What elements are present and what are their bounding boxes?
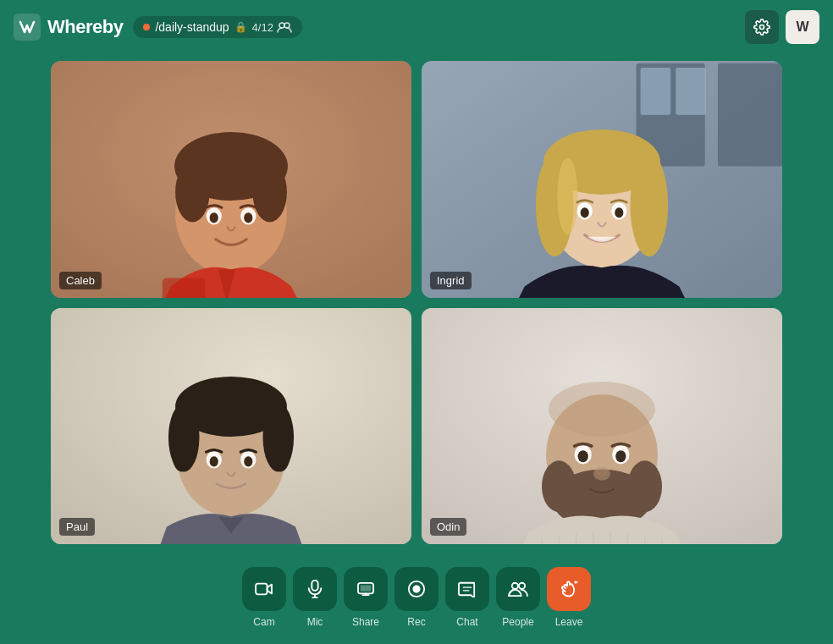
svg-rect-62: [256, 584, 268, 595]
svg-point-47: [244, 456, 252, 466]
logo: Whereby: [14, 14, 123, 41]
leave-button[interactable]: [547, 567, 591, 611]
rec-tool: Rec: [394, 567, 439, 628]
share-button[interactable]: [344, 567, 388, 611]
svg-rect-63: [312, 581, 317, 591]
participant-name-paul: Paul: [59, 518, 95, 536]
header-right: W: [745, 10, 819, 44]
share-label: Share: [352, 616, 379, 628]
svg-rect-16: [163, 278, 206, 297]
people-button[interactable]: [496, 567, 540, 611]
svg-point-33: [615, 207, 623, 217]
room-name: /daily-standup: [155, 20, 229, 34]
chat-label: Chat: [456, 616, 477, 628]
svg-point-14: [210, 212, 218, 223]
video-tile-ingrid: Ingrid: [422, 61, 782, 298]
room-dot: [143, 24, 150, 30]
participant-name-ingrid: Ingrid: [430, 272, 472, 289]
svg-point-15: [244, 212, 252, 223]
svg-rect-69: [361, 586, 372, 592]
people-label: People: [502, 616, 533, 628]
svg-point-28: [630, 153, 668, 256]
avatar-initial: W: [796, 19, 808, 35]
mic-tool: Mic: [293, 567, 337, 628]
logo-text: Whereby: [47, 16, 123, 38]
svg-rect-21: [641, 68, 671, 115]
svg-point-11: [252, 162, 287, 222]
leave-tool: Leave: [547, 567, 591, 628]
header: Whereby /daily-standup 🔒 4/12: [0, 0, 833, 54]
svg-rect-20: [718, 63, 782, 167]
svg-point-42: [171, 423, 191, 471]
header-left: Whereby /daily-standup 🔒 4/12: [14, 14, 302, 41]
svg-point-2: [284, 23, 290, 28]
participant-count: 4/12: [252, 21, 292, 34]
svg-point-74: [512, 583, 518, 589]
svg-point-32: [581, 207, 589, 217]
svg-point-55: [542, 460, 576, 512]
rec-label: Rec: [407, 616, 425, 628]
video-tile-caleb: Caleb: [51, 61, 411, 298]
svg-point-71: [412, 585, 420, 592]
chat-tool: Chat: [445, 567, 489, 628]
cam-tool: Cam: [242, 567, 286, 628]
room-info: /daily-standup 🔒 4/12: [133, 16, 301, 38]
video-tile-odin: Odin: [422, 308, 782, 545]
user-avatar-button[interactable]: W: [786, 10, 819, 44]
rec-button[interactable]: [394, 567, 439, 611]
video-grid: Caleb: [0, 54, 833, 551]
mic-button[interactable]: [293, 567, 337, 611]
svg-point-29: [557, 157, 577, 234]
chat-button[interactable]: [445, 567, 489, 611]
toolbar: Cam Mic Share: [0, 551, 833, 644]
svg-point-43: [271, 423, 291, 471]
participant-name-caleb: Caleb: [59, 272, 102, 289]
settings-button[interactable]: [745, 10, 779, 44]
svg-point-75: [519, 583, 525, 589]
cam-button[interactable]: [242, 567, 286, 611]
svg-point-56: [627, 460, 662, 512]
leave-label: Leave: [555, 616, 583, 628]
svg-point-10: [175, 162, 210, 222]
people-tool: People: [496, 567, 540, 628]
participant-name-odin: Odin: [430, 518, 466, 536]
svg-point-1: [279, 23, 284, 28]
share-tool: Share: [344, 567, 388, 628]
svg-rect-22: [676, 68, 706, 115]
lock-icon: 🔒: [234, 21, 247, 33]
svg-point-60: [615, 450, 626, 462]
mic-label: Mic: [307, 616, 323, 628]
cam-label: Cam: [253, 616, 274, 628]
svg-point-59: [578, 450, 588, 462]
video-tile-paul: Paul: [51, 308, 411, 545]
svg-point-46: [210, 456, 218, 466]
svg-point-53: [549, 382, 655, 437]
